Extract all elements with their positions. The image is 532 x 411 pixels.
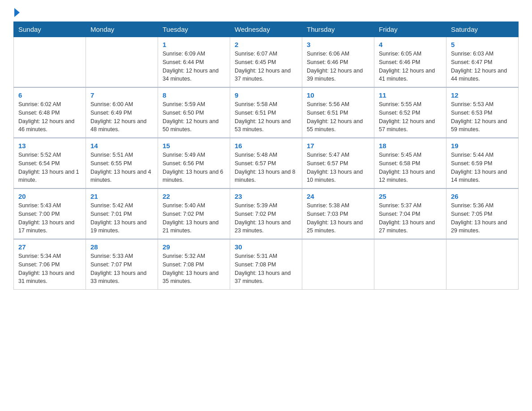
day-number: 3 [307,41,369,48]
header [13,9,519,17]
day-number: 27 [18,243,81,251]
day-number: 17 [307,142,369,150]
day-number: 11 [379,91,442,99]
day-info: Sunrise: 5:45 AMSunset: 6:58 PMDaylight:… [379,151,442,184]
calendar-cell: 25Sunrise: 5:37 AMSunset: 7:04 PMDayligh… [374,188,446,239]
calendar-week-row: 1Sunrise: 6:09 AMSunset: 6:44 PMDaylight… [14,37,519,88]
calendar-cell: 22Sunrise: 5:40 AMSunset: 7:02 PMDayligh… [158,188,230,239]
calendar-header-row: SundayMondayTuesdayWednesdayThursdayFrid… [14,22,519,37]
day-info: Sunrise: 5:49 AMSunset: 6:56 PMDaylight:… [163,151,225,184]
calendar-cell: 14Sunrise: 5:51 AMSunset: 6:55 PMDayligh… [86,138,158,188]
calendar-week-row: 6Sunrise: 6:02 AMSunset: 6:48 PMDaylight… [14,87,519,138]
calendar-cell: 6Sunrise: 6:02 AMSunset: 6:48 PMDaylight… [14,87,86,138]
day-info: Sunrise: 5:47 AMSunset: 6:57 PMDaylight:… [307,151,369,184]
day-info: Sunrise: 5:32 AMSunset: 7:08 PMDaylight:… [163,252,225,286]
calendar-cell: 15Sunrise: 5:49 AMSunset: 6:56 PMDayligh… [158,138,230,188]
day-number: 19 [451,142,514,150]
calendar-week-row: 27Sunrise: 5:34 AMSunset: 7:06 PMDayligh… [14,239,519,290]
calendar-cell: 13Sunrise: 5:52 AMSunset: 6:54 PMDayligh… [14,138,86,188]
day-number: 2 [235,41,297,48]
day-number: 25 [379,193,442,200]
weekday-header-sunday: Sunday [14,22,86,37]
calendar-cell: 26Sunrise: 5:36 AMSunset: 7:05 PMDayligh… [446,188,519,239]
calendar-cell: 16Sunrise: 5:48 AMSunset: 6:57 PMDayligh… [230,138,302,188]
weekday-header-monday: Monday [86,22,158,37]
day-info: Sunrise: 5:31 AMSunset: 7:08 PMDaylight:… [235,252,297,286]
day-info: Sunrise: 5:36 AMSunset: 7:05 PMDaylight:… [451,201,514,235]
day-info: Sunrise: 5:56 AMSunset: 6:51 PMDaylight:… [307,100,369,134]
calendar-week-row: 13Sunrise: 5:52 AMSunset: 6:54 PMDayligh… [14,138,519,188]
day-number: 30 [235,243,297,251]
logo [13,9,20,17]
day-info: Sunrise: 5:52 AMSunset: 6:54 PMDaylight:… [18,151,81,184]
calendar-cell: 7Sunrise: 6:00 AMSunset: 6:49 PMDaylight… [86,87,158,138]
day-number: 23 [235,193,297,200]
day-info: Sunrise: 6:09 AMSunset: 6:44 PMDaylight:… [163,50,225,83]
day-number: 18 [379,142,442,150]
day-info: Sunrise: 6:07 AMSunset: 6:45 PMDaylight:… [235,50,297,83]
logo-blue-part [13,9,20,17]
calendar-cell: 20Sunrise: 5:43 AMSunset: 7:00 PMDayligh… [14,188,86,239]
day-number: 26 [451,193,514,200]
weekday-header-thursday: Thursday [302,22,374,37]
day-info: Sunrise: 5:39 AMSunset: 7:02 PMDaylight:… [235,201,297,235]
day-info: Sunrise: 5:42 AMSunset: 7:01 PMDaylight:… [90,201,153,235]
calendar-cell: 29Sunrise: 5:32 AMSunset: 7:08 PMDayligh… [158,239,230,290]
day-number: 7 [90,91,153,99]
day-number: 6 [18,91,81,99]
calendar-cell: 23Sunrise: 5:39 AMSunset: 7:02 PMDayligh… [230,188,302,239]
day-number: 10 [307,91,369,99]
calendar-cell: 10Sunrise: 5:56 AMSunset: 6:51 PMDayligh… [302,87,374,138]
calendar-table: SundayMondayTuesdayWednesdayThursdayFrid… [13,21,519,290]
calendar-cell: 1Sunrise: 6:09 AMSunset: 6:44 PMDaylight… [158,37,230,88]
day-info: Sunrise: 5:55 AMSunset: 6:52 PMDaylight:… [379,100,442,134]
day-number: 24 [307,193,369,200]
calendar-cell: 2Sunrise: 6:07 AMSunset: 6:45 PMDaylight… [230,37,302,88]
weekday-header-friday: Friday [374,22,446,37]
calendar-cell: 8Sunrise: 5:59 AMSunset: 6:50 PMDaylight… [158,87,230,138]
day-number: 14 [90,142,153,150]
day-info: Sunrise: 5:53 AMSunset: 6:53 PMDaylight:… [451,100,514,134]
day-info: Sunrise: 5:48 AMSunset: 6:57 PMDaylight:… [235,151,297,184]
day-number: 29 [163,243,225,251]
day-number: 20 [18,193,81,200]
calendar-cell: 11Sunrise: 5:55 AMSunset: 6:52 PMDayligh… [374,87,446,138]
day-info: Sunrise: 6:05 AMSunset: 6:46 PMDaylight:… [379,50,442,83]
calendar-cell: 24Sunrise: 5:38 AMSunset: 7:03 PMDayligh… [302,188,374,239]
calendar-cell: 17Sunrise: 5:47 AMSunset: 6:57 PMDayligh… [302,138,374,188]
calendar-cell: 5Sunrise: 6:03 AMSunset: 6:47 PMDaylight… [446,37,519,88]
day-info: Sunrise: 5:51 AMSunset: 6:55 PMDaylight:… [90,151,153,184]
day-info: Sunrise: 5:59 AMSunset: 6:50 PMDaylight:… [163,100,225,134]
weekday-header-tuesday: Tuesday [158,22,230,37]
day-number: 8 [163,91,225,99]
day-info: Sunrise: 6:00 AMSunset: 6:49 PMDaylight:… [90,100,153,134]
calendar-cell [14,37,86,88]
day-number: 13 [18,142,81,150]
day-number: 28 [90,243,153,251]
calendar-cell: 30Sunrise: 5:31 AMSunset: 7:08 PMDayligh… [230,239,302,290]
day-number: 4 [379,41,442,48]
day-number: 15 [163,142,225,150]
day-number: 9 [235,91,297,99]
calendar-cell: 27Sunrise: 5:34 AMSunset: 7:06 PMDayligh… [14,239,86,290]
day-info: Sunrise: 5:37 AMSunset: 7:04 PMDaylight:… [379,201,442,235]
calendar-cell: 18Sunrise: 5:45 AMSunset: 6:58 PMDayligh… [374,138,446,188]
day-number: 22 [163,193,225,200]
day-info: Sunrise: 5:40 AMSunset: 7:02 PMDaylight:… [163,201,225,235]
day-info: Sunrise: 6:03 AMSunset: 6:47 PMDaylight:… [451,50,514,83]
day-info: Sunrise: 5:38 AMSunset: 7:03 PMDaylight:… [307,201,369,235]
calendar-week-row: 20Sunrise: 5:43 AMSunset: 7:00 PMDayligh… [14,188,519,239]
day-info: Sunrise: 5:44 AMSunset: 6:59 PMDaylight:… [451,151,514,184]
day-number: 5 [451,41,514,48]
day-number: 16 [235,142,297,150]
calendar-cell: 12Sunrise: 5:53 AMSunset: 6:53 PMDayligh… [446,87,519,138]
day-info: Sunrise: 5:33 AMSunset: 7:07 PMDaylight:… [90,252,153,286]
day-info: Sunrise: 6:02 AMSunset: 6:48 PMDaylight:… [18,100,81,134]
day-number: 21 [90,193,153,200]
calendar-cell: 3Sunrise: 6:06 AMSunset: 6:46 PMDaylight… [302,37,374,88]
day-info: Sunrise: 5:43 AMSunset: 7:00 PMDaylight:… [18,201,81,235]
day-info: Sunrise: 5:58 AMSunset: 6:51 PMDaylight:… [235,100,297,134]
calendar-cell [374,239,446,290]
calendar-cell: 4Sunrise: 6:05 AMSunset: 6:46 PMDaylight… [374,37,446,88]
day-number: 12 [451,91,514,99]
